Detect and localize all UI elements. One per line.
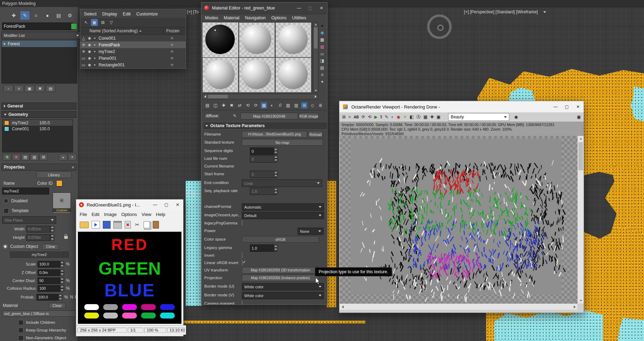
scale-spinner[interactable] — [60, 261, 64, 268]
scene-explorer-header[interactable]: Name (Sorted Ascending) Frozen — [80, 27, 186, 35]
standard-texture-button[interactable]: No map — [242, 139, 323, 146]
image-viewer-titlebar[interactable]: RedGreenBlue01.png - I... — ▢ ✕ — [76, 199, 183, 210]
region-icon[interactable]: ⊞ — [342, 114, 346, 119]
probab-n-toggle[interactable]: N — [70, 295, 73, 300]
menu-file[interactable]: File — [80, 212, 87, 217]
pattern-icon[interactable]: ▩ — [319, 43, 326, 50]
frozen-icon[interactable]: ✳ — [170, 42, 174, 47]
menu-navigation[interactable]: Navigation — [245, 15, 266, 20]
add-icon[interactable]: ✚ — [430, 114, 434, 119]
save-icon[interactable] — [103, 221, 111, 229]
video-check-icon[interactable]: ⚏ — [319, 50, 326, 57]
minimize-button[interactable]: — — [550, 101, 561, 112]
list-tool-4-button[interactable]: ▥ — [30, 154, 39, 160]
dock-icon[interactable]: ▣ — [577, 114, 581, 119]
material-editor-titlebar[interactable]: Material Editor - red_green_blue — ▢ ✕ — [201, 2, 327, 14]
cut-icon[interactable]: ✂ — [134, 221, 141, 228]
sun-icon[interactable]: ☀ — [403, 114, 407, 119]
image-chosen-layer-dropdown[interactable]: Default — [242, 212, 324, 219]
center-displ-field[interactable]: 50 — [38, 277, 60, 284]
properties-header[interactable]: Properties » — [1, 164, 77, 171]
create-tab-icon[interactable]: ✚ — [9, 11, 18, 20]
material-slot-4[interactable] — [203, 58, 238, 92]
plane-mode-dropdown[interactable]: One Plane — [2, 216, 56, 224]
reload-button[interactable]: Reload — [308, 131, 323, 138]
make-unique-icon[interactable]: ⇄ — [237, 102, 243, 109]
octane-texture-parameters-rollout[interactable]: Octane Texture Parameters — [203, 122, 327, 130]
render-icon[interactable]: ● — [92, 50, 97, 53]
end-condition-dropdown[interactable]: Loop — [242, 179, 322, 187]
menu-utilities[interactable]: Utilities — [292, 15, 306, 20]
options-icon[interactable]: ◨ — [319, 57, 326, 64]
height-spinner[interactable] — [50, 234, 54, 241]
sample-type-icon[interactable]: ● — [319, 22, 326, 29]
menu-edit[interactable]: Edit — [123, 11, 131, 17]
start-frame-field[interactable]: 0 — [250, 171, 277, 178]
stack-tool-remove-button[interactable]: ✖ — [35, 85, 45, 92]
center-displ-spinner[interactable] — [60, 277, 64, 284]
table-row[interactable]: ▭ ◉ ● Rectangle001 ✳ — [80, 61, 186, 68]
scroll-down-icon[interactable] — [313, 88, 318, 93]
edit-icon[interactable]: ✎ — [385, 114, 389, 119]
library-button[interactable]: Library — [36, 171, 72, 178]
assign-material-icon[interactable]: ✚ — [220, 102, 227, 109]
material-slot-1[interactable] — [203, 22, 238, 57]
frozen-column-header[interactable]: Frozen — [163, 27, 179, 34]
half-tone-icon[interactable]: ◐ — [391, 114, 394, 119]
height-field[interactable]: 0.076m — [26, 234, 50, 241]
non-geometric-checkbox[interactable] — [18, 335, 24, 341]
menu-options[interactable]: Options — [271, 15, 286, 20]
seq-playback-spinner[interactable] — [274, 188, 278, 194]
material-map-navigator-icon[interactable]: ≡ — [319, 71, 326, 78]
tree-name-field[interactable]: myTree2 — [2, 188, 49, 195]
invert-checkbox[interactable] — [242, 253, 243, 258]
close-button[interactable]: ✕ — [572, 101, 584, 112]
collision-radius-spinner[interactable] — [60, 285, 64, 292]
panel-icon[interactable]: ▣ — [437, 114, 440, 119]
menu-display[interactable]: Display — [102, 11, 117, 17]
maximize-button[interactable]: ▢ — [561, 101, 572, 112]
checker-icon[interactable]: ▦ — [424, 114, 427, 119]
viewport-orbit-gizmo[interactable] — [427, 14, 452, 39]
legacy-gamma-field[interactable]: 1.0 — [250, 244, 277, 252]
visibility-icon[interactable]: ◉ — [87, 36, 92, 40]
color-id-swatch[interactable] — [56, 180, 62, 186]
annotation-icon[interactable]: Ⓐ — [417, 114, 421, 120]
delete-icon[interactable]: ✖ — [125, 221, 131, 229]
filter-icon[interactable]: ▽ — [108, 19, 115, 26]
scroll-down-icon[interactable] — [578, 298, 584, 303]
frozen-icon[interactable]: ✳ — [170, 49, 174, 54]
render-icon[interactable]: ● — [92, 37, 97, 40]
scroll-up-icon[interactable] — [578, 136, 584, 142]
show-end-result-icon[interactable]: ◐ — [269, 102, 275, 109]
display-tab-icon[interactable]: ▤ — [54, 11, 63, 20]
z-offset-spinner[interactable] — [60, 269, 64, 276]
visibility-icon[interactable]: ◉ — [87, 43, 92, 47]
disabled-radio[interactable] — [4, 198, 8, 203]
stack-tool-unique-button[interactable]: ▣ — [25, 85, 34, 92]
width-field[interactable]: 0.051m — [26, 226, 50, 232]
hierarchy-tab-icon[interactable]: ⌗ — [32, 11, 41, 20]
motion-tab-icon[interactable]: ● — [43, 11, 52, 20]
render-horizontal-scrollbar[interactable] — [340, 303, 577, 310]
move-down-button[interactable] — [68, 154, 77, 160]
stack-tool-configure-button[interactable]: ▤ — [46, 85, 55, 92]
image-canvas[interactable]: RED GREEN BLUE — [78, 232, 181, 324]
put-to-library-icon[interactable]: ⟲ — [245, 102, 251, 109]
reset-map-icon[interactable]: ✖ — [228, 102, 235, 109]
options-menu-icon[interactable]: ≣ — [317, 102, 324, 109]
delete-item-button[interactable]: ✖ — [12, 154, 20, 160]
geometry-rollout-header[interactable]: Geometry — [1, 111, 77, 118]
width-spinner[interactable] — [50, 226, 54, 232]
select-by-material-icon[interactable]: ▤ — [319, 64, 326, 71]
modifier-stack[interactable]: Forest — [1, 40, 77, 84]
viewport-label-perspective[interactable]: [+] [Perspective] [Standard] [Wireframe] — [464, 9, 538, 14]
last-file-num-spinner[interactable] — [274, 155, 278, 162]
slideshow-icon[interactable] — [92, 221, 100, 229]
render-icon[interactable]: ● — [92, 57, 97, 60]
modifier-list-dropdown[interactable]: Modifier List — [1, 32, 81, 39]
template-checkbox[interactable] — [4, 208, 9, 214]
menu-image[interactable]: Image — [104, 212, 117, 217]
get-material-icon[interactable]: ▤ — [204, 102, 211, 109]
menu-help[interactable]: Help — [156, 212, 165, 217]
